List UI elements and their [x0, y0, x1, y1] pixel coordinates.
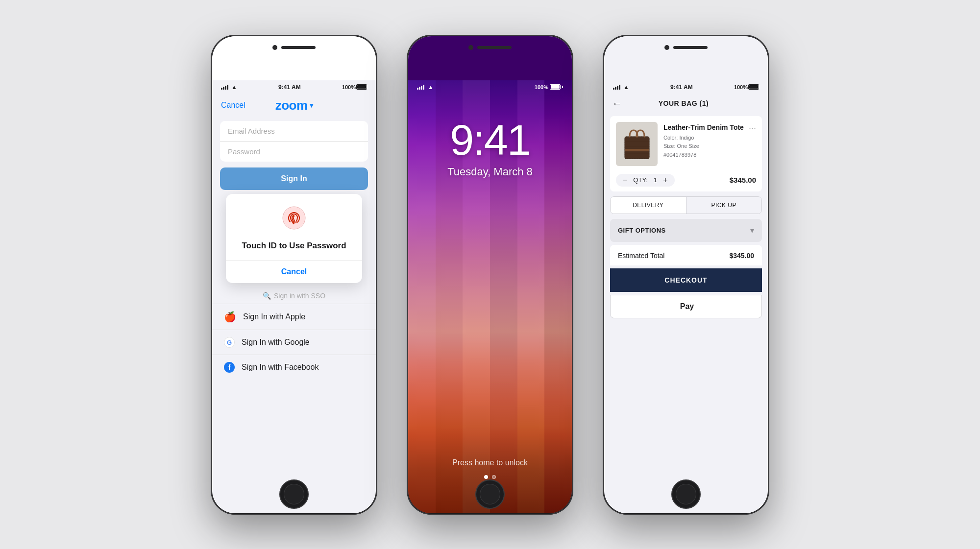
qty-value: 1 [654, 176, 657, 184]
phone-bag-inner: ▲ 9:41 AM 100% ← YOUR BAG (1) [604, 36, 768, 513]
phone-lock-inner: ▲ 100% 9:41 Tuesday, March 8 [408, 36, 572, 513]
google-signin-label: Sign In with Google [242, 338, 310, 347]
camera-bag [664, 45, 669, 50]
bag-item-more-btn[interactable]: ··· [749, 123, 756, 133]
wifi-icon-zoom: ▲ [231, 84, 237, 91]
lock-date: Tuesday, March 8 [447, 166, 533, 178]
gift-options-label: GIFT OPTIONS [618, 227, 666, 234]
fingerprint-svg [282, 206, 306, 230]
apple-pay-label: Pay [680, 302, 694, 311]
lock-battery-tip [562, 86, 563, 88]
svg-rect-1 [625, 137, 649, 159]
lock-wifi: ▲ [428, 84, 434, 91]
apple-icon: 🍎 [224, 311, 236, 323]
bag-back-btn[interactable]: ← [612, 98, 622, 109]
speaker-bar [281, 46, 316, 49]
touch-id-icon [236, 206, 352, 235]
bag-status-time: 9:41 AM [670, 84, 693, 91]
apple-pay-button[interactable]: Pay [610, 295, 762, 318]
phones-container: ▲ 9:41 AM 100% Cancel zoom ▾ [211, 35, 769, 515]
phone-lock: ▲ 100% 9:41 Tuesday, March 8 [407, 35, 573, 515]
facebook-icon: f [224, 362, 235, 373]
bar1 [221, 88, 222, 90]
bag-item-details: Leather-Trim Denim Tote ··· Color: Indig… [663, 122, 756, 166]
sso-label[interactable]: Sign in with SSO [274, 292, 325, 300]
apple-signin-row[interactable]: 🍎 Sign In with Apple [212, 304, 376, 330]
touch-id-title: Touch ID to Use Password [236, 241, 352, 251]
bag-item-card: Leather-Trim Denim Tote ··· Color: Indig… [610, 116, 762, 191]
total-value: $345.00 [729, 252, 754, 260]
status-bar-bag: ▲ 9:41 AM 100% [604, 80, 768, 94]
lock-screen: ▲ 100% 9:41 Tuesday, March 8 [408, 80, 572, 513]
delivery-btn[interactable]: DELIVERY [611, 197, 686, 214]
bag-screen: ← YOUR BAG (1) [604, 94, 768, 513]
pickup-btn[interactable]: PICK UP [686, 197, 762, 214]
svg-rect-3 [625, 149, 649, 151]
qty-increase-btn[interactable]: + [663, 176, 667, 185]
bag-item-name: Leather-Trim Denim Tote [663, 123, 744, 132]
bag-item-size: Size: One Size [663, 142, 756, 151]
bag-wifi: ▲ [623, 84, 629, 91]
bag-battery-pct: 100% [734, 84, 748, 90]
bag-item-price: $345.00 [730, 176, 756, 184]
speaker-bar-lock [477, 46, 512, 49]
touch-id-cancel[interactable]: Cancel [236, 261, 352, 283]
status-bar-zoom: ▲ 9:41 AM 100% [212, 80, 376, 94]
speaker-center-bag [664, 45, 708, 50]
dot-1 [484, 475, 488, 479]
zoom-nav: Cancel zoom ▾ [212, 94, 376, 116]
bag-item-sku: #0041783978 [663, 151, 756, 160]
lock-battery-fill [551, 85, 560, 89]
gift-options-row[interactable]: GIFT OPTIONS ▾ [610, 219, 762, 242]
home-button-inner-zoom [284, 484, 304, 504]
bag-battery-fill [749, 85, 758, 89]
phone-bag-top [604, 36, 768, 80]
svg-point-0 [283, 207, 305, 229]
zoom-chevron: ▾ [310, 101, 313, 109]
bag-item-row: Leather-Trim Denim Tote ··· Color: Indig… [610, 116, 762, 172]
sso-search-icon: 🔍 [263, 292, 271, 300]
bag-title: YOUR BAG (1) [659, 99, 709, 107]
status-time-zoom: 9:41 AM [278, 84, 301, 91]
phone-zoom: ▲ 9:41 AM 100% Cancel zoom ▾ [211, 35, 377, 515]
tote-svg [620, 124, 654, 164]
checkout-button[interactable]: CHECKOUT [610, 268, 762, 292]
facebook-signin-label: Sign In with Facebook [242, 363, 318, 372]
zoom-fields: Email Address Password [220, 121, 368, 162]
bar2 [223, 87, 224, 90]
status-left: ▲ [221, 84, 237, 91]
bag-nav: ← YOUR BAG (1) [604, 94, 768, 113]
lock-bottom: Press home to unlock [408, 458, 572, 479]
phone-zoom-inner: ▲ 9:41 AM 100% Cancel zoom ▾ [212, 36, 376, 513]
bag-battery-body [748, 84, 759, 90]
email-field[interactable]: Email Address [220, 121, 368, 142]
google-icon: G [224, 337, 235, 348]
speaker-center-lock [468, 45, 512, 50]
phone-lock-top [408, 36, 572, 80]
bar3 [225, 86, 226, 90]
camera-lock [468, 45, 473, 50]
bag-status-left: ▲ [613, 84, 629, 91]
password-field[interactable]: Password [220, 142, 368, 162]
bag-item-qty-row: − QTY: 1 + $345.00 [610, 172, 762, 191]
lock-battery-body [550, 84, 561, 90]
battery-body-zoom [356, 84, 367, 90]
battery-pct-zoom: 100% [342, 84, 356, 90]
lock-status-left: ▲ [417, 84, 434, 91]
battery-fill-zoom [357, 85, 366, 89]
zoom-cancel-btn[interactable]: Cancel [221, 101, 245, 110]
signin-button[interactable]: Sign In [220, 167, 368, 190]
zoom-screen: Cancel zoom ▾ Email Address Password Sig… [212, 94, 376, 513]
facebook-signin-row[interactable]: f Sign In with Facebook [212, 355, 376, 380]
status-bar-lock: ▲ 100% [408, 80, 572, 94]
qty-decrease-btn[interactable]: − [623, 176, 627, 185]
qty-label: QTY: [633, 176, 648, 184]
lock-time: 9:41 [450, 119, 530, 162]
zoom-logo-text: zoom [275, 98, 308, 113]
signal-bars [221, 85, 228, 90]
home-button-zoom[interactable] [279, 479, 309, 509]
home-button-bag[interactable] [671, 479, 701, 509]
apple-signin-label: Sign In with Apple [243, 312, 305, 321]
google-signin-row[interactable]: G Sign In with Google [212, 330, 376, 355]
bag-item-color: Color: Indigo [663, 134, 756, 143]
